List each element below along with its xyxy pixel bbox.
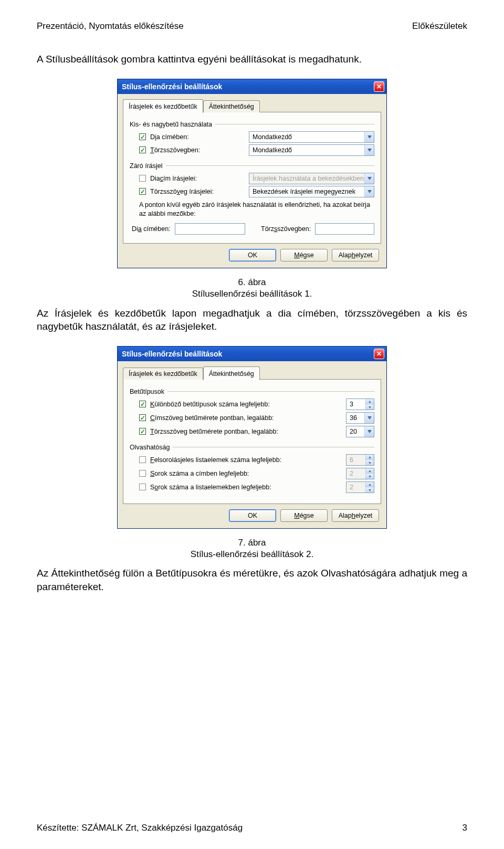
chevron-up-icon[interactable]: ▲ bbox=[366, 399, 374, 404]
page-header: Prezentáció, Nyomtatás előkészítése Elők… bbox=[37, 21, 467, 32]
group-fonts: Betűtípusok bbox=[130, 388, 374, 395]
label-font-count: Különböző betűtípusok száma legfeljebb: bbox=[150, 401, 346, 408]
dropdown-dia-cimeben[interactable]: Mondatkezdő bbox=[249, 131, 374, 143]
mid-text: Az Írásjelek és kezdőbetűk lapon megadha… bbox=[37, 307, 467, 333]
label-title-size: Címszöveg betűmérete pontban, legalább: bbox=[150, 414, 346, 422]
cancel-button[interactable]: Mégse bbox=[280, 249, 328, 261]
header-right: Előkészületek bbox=[412, 21, 467, 32]
spinner-title-lines: 2 ▲▼ bbox=[346, 468, 374, 479]
dialog-style-check-1: Stílus-ellenőrzési beállítások ✕ Írásjel… bbox=[117, 79, 387, 269]
tab-punctuation[interactable]: Írásjelek és kezdőbetűk bbox=[123, 368, 203, 380]
checkbox-title-size[interactable] bbox=[139, 414, 146, 421]
button-row: OK Mégse Alaphelyzet bbox=[123, 244, 381, 263]
col-torzsszovegben: Törzsszövegben: bbox=[261, 223, 374, 235]
titlebar[interactable]: Stílus-ellenőrzési beállítások ✕ bbox=[118, 79, 386, 94]
label-torzsszovegben: Törzsszövegben: bbox=[150, 146, 245, 154]
chevron-down-icon bbox=[364, 132, 374, 142]
titlebar[interactable]: Stílus-ellenőrzési beállítások ✕ bbox=[118, 347, 386, 361]
button-row: OK Mégse Alaphelyzet bbox=[123, 504, 381, 523]
tabstrip: Írásjelek és kezdőbetűk Áttekinthetőség bbox=[123, 366, 381, 380]
spinner-bullet-count: 6 ▲▼ bbox=[346, 454, 374, 466]
dropdown-value: 20 bbox=[350, 428, 357, 435]
header-left: Prezentáció, Nyomtatás előkészítése bbox=[37, 21, 184, 32]
label-torzsszoveg-irasjelei: Törzsszöveg írásjelei: bbox=[150, 188, 245, 195]
separator-line bbox=[173, 447, 374, 447]
checkbox-torzsszovegben[interactable] bbox=[139, 146, 146, 153]
separator-line bbox=[167, 391, 374, 392]
group-closing-punct: Záró írásjel bbox=[130, 162, 374, 170]
group-readability: Olvashatóság bbox=[130, 444, 374, 451]
checkbox-diacim-irasjelei[interactable] bbox=[139, 175, 146, 182]
dropdown-diacim-irasjelei: Írásjelek használata a bekezdésekben bbox=[249, 173, 374, 184]
footer-left: Készítette: SZÁMALK Zrt, Szakképzési Iga… bbox=[37, 823, 243, 833]
checkbox-dia-cimeben[interactable] bbox=[139, 133, 146, 140]
close-icon[interactable]: ✕ bbox=[374, 349, 384, 359]
row-torzsszovegben: Törzsszövegben: Mondatkezdő bbox=[139, 144, 374, 156]
closing-punct-inputs: Dia címében: Törzsszövegben: bbox=[132, 223, 374, 235]
row-title-lines: Sorok száma a címben legfeljebb: 2 ▲▼ bbox=[139, 468, 374, 479]
chevron-up-icon: ▲ bbox=[366, 468, 374, 474]
dropdown-value: 36 bbox=[350, 414, 357, 422]
row-item-lines: Sorok száma a listaelemekben legfeljebb:… bbox=[139, 481, 374, 493]
dialog-title: Stílus-ellenőrzési beállítások bbox=[122, 350, 222, 358]
spinner-buttons: ▲▼ bbox=[365, 455, 374, 465]
checkbox-body-size[interactable] bbox=[139, 428, 146, 435]
separator-line bbox=[166, 165, 374, 166]
ok-button[interactable]: OK bbox=[229, 509, 276, 522]
dialog-body: Írásjelek és kezdőbetűk Áttekinthetőség … bbox=[118, 94, 386, 268]
chevron-down-icon: ▼ bbox=[366, 473, 374, 479]
spinner-value: 3 bbox=[346, 399, 365, 410]
dialog-style-check-2: Stílus-ellenőrzési beállítások ✕ Írásjel… bbox=[117, 346, 387, 529]
intro-text: A Stílusbeállítások gombra kattintva egy… bbox=[37, 53, 467, 66]
dropdown-title-size[interactable]: 36 bbox=[346, 412, 374, 424]
dropdown-value: Mondatkezdő bbox=[253, 146, 292, 154]
chevron-down-icon bbox=[364, 145, 374, 155]
figure-caption-2: 7. ábra Stílus-ellenőrzési beállítások 2… bbox=[37, 537, 467, 560]
page: Prezentáció, Nyomtatás előkészítése Elők… bbox=[0, 0, 504, 849]
chevron-down-icon[interactable]: ▼ bbox=[366, 404, 374, 410]
row-font-count: Különböző betűtípusok száma legfeljebb: … bbox=[139, 399, 374, 410]
label-diacim-irasjelei: Diacím írásjelei: bbox=[150, 175, 245, 182]
reset-button[interactable]: Alaphelyzet bbox=[332, 249, 379, 261]
chevron-up-icon: ▲ bbox=[366, 482, 374, 487]
spinner-value: 2 bbox=[346, 468, 365, 479]
dialog-title: Stílus-ellenőrzési beállítások bbox=[122, 82, 222, 91]
close-icon[interactable]: ✕ bbox=[374, 81, 384, 92]
group-case: Kis- és nagybetű használata bbox=[130, 121, 374, 128]
cancel-button[interactable]: Mégse bbox=[280, 509, 328, 522]
label-item-lines: Sorok száma a listaelemekben legfeljebb: bbox=[150, 484, 346, 491]
dropdown-torzsszoveg-irasjelei[interactable]: Bekezdések írásjelei megegyeznek bbox=[249, 186, 374, 197]
spinner-font-count[interactable]: 3 ▲▼ bbox=[346, 399, 374, 410]
tab-clarity[interactable]: Áttekinthetőség bbox=[203, 100, 260, 112]
checkbox-font-count[interactable] bbox=[139, 401, 146, 407]
page-footer: Készítette: SZÁMALK Zrt, Szakképzési Iga… bbox=[37, 823, 467, 833]
chevron-down-icon: ▼ bbox=[366, 487, 374, 492]
dropdown-body-size[interactable]: 20 bbox=[346, 426, 374, 437]
spinner-item-lines: 2 ▲▼ bbox=[346, 481, 374, 493]
checkbox-title-lines[interactable] bbox=[139, 470, 146, 477]
dropdown-value: Bekezdések írásjelei megegyeznek bbox=[253, 188, 355, 195]
tab-clarity[interactable]: Áttekinthetőség bbox=[203, 366, 260, 380]
tab-punctuation[interactable]: Írásjelek és kezdőbetűk bbox=[123, 99, 203, 113]
group-readability-label: Olvashatóság bbox=[130, 444, 170, 451]
input-torzsszovegben[interactable] bbox=[315, 223, 374, 235]
checkbox-torzsszoveg-irasjelei[interactable] bbox=[139, 188, 146, 195]
group-closing-punct-label: Záró írásjel bbox=[130, 162, 163, 170]
spinner-buttons[interactable]: ▲▼ bbox=[365, 399, 374, 410]
row-body-size: Törzsszöveg betűmérete pontban, legalább… bbox=[139, 426, 374, 437]
checkbox-item-lines[interactable] bbox=[139, 484, 146, 490]
dropdown-torzsszovegben[interactable]: Mondatkezdő bbox=[249, 144, 374, 156]
group-fonts-label: Betűtípusok bbox=[130, 388, 164, 395]
reset-button[interactable]: Alaphelyzet bbox=[332, 509, 379, 522]
footer-page-number: 3 bbox=[463, 823, 467, 833]
label-dia-cimeben-input: Dia címében: bbox=[132, 225, 171, 233]
chevron-down-icon bbox=[364, 426, 374, 437]
label-bullet-count: Felsorolásjeles listaelemek száma legfel… bbox=[150, 456, 346, 464]
dropdown-value: Írásjelek használata a bekezdésekben bbox=[253, 175, 364, 182]
tabstrip: Írásjelek és kezdőbetűk Áttekinthetőség bbox=[123, 99, 381, 112]
ok-button[interactable]: OK bbox=[229, 249, 276, 261]
checkbox-bullet-count[interactable] bbox=[139, 456, 146, 463]
row-torzsszoveg-irasjelei: Törzsszöveg írásjelei: Bekezdések írásje… bbox=[139, 186, 374, 197]
row-dia-cimeben: Dia címében: Mondatkezdő bbox=[139, 131, 374, 143]
input-dia-cimeben[interactable] bbox=[175, 223, 245, 235]
